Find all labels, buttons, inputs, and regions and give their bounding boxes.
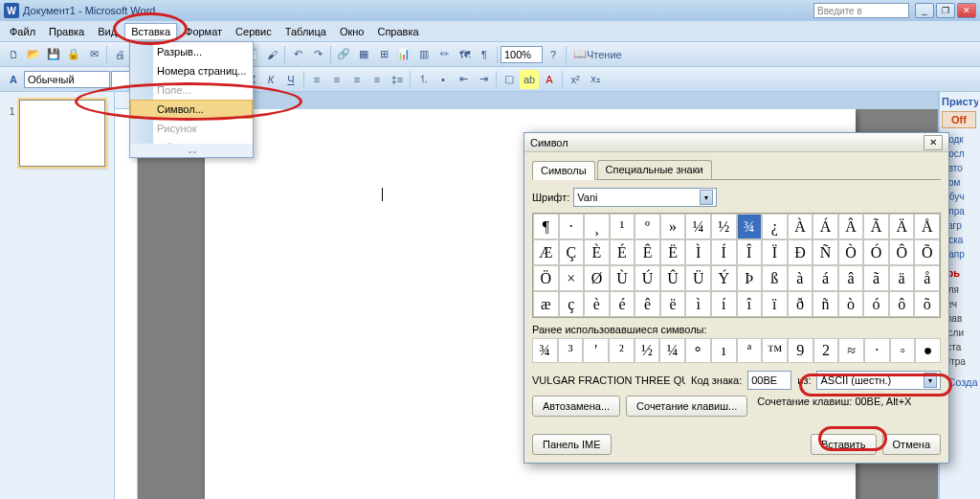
char-cell[interactable]: ½ — [711, 214, 737, 239]
char-cell[interactable]: Å — [914, 214, 940, 239]
char-cell[interactable]: Â — [838, 214, 864, 239]
char-cell[interactable]: È — [584, 239, 610, 265]
char-cell[interactable]: ¹ — [610, 214, 635, 239]
dd-field[interactable]: Поле... — [130, 80, 253, 100]
code-input[interactable] — [747, 371, 791, 390]
char-cell[interactable]: â — [838, 265, 864, 291]
char-cell[interactable]: ñ — [813, 291, 838, 317]
char-cell[interactable]: ô — [889, 291, 915, 317]
recent-char-cell[interactable]: ¾ — [532, 338, 558, 363]
help-search-input[interactable] — [813, 3, 909, 18]
char-cell[interactable]: ï — [762, 291, 788, 317]
align-left-icon[interactable]: ≡ — [307, 70, 326, 89]
char-cell[interactable]: Ñ — [813, 239, 838, 265]
page-thumbnail[interactable] — [19, 100, 105, 167]
char-cell[interactable]: Ý — [711, 265, 737, 291]
char-cell[interactable]: Ö — [533, 265, 559, 291]
dd-page-numbers[interactable]: Номера страниц... — [130, 61, 253, 80]
style-combo[interactable] — [24, 71, 110, 88]
format-painter-icon[interactable]: 🖌 — [262, 45, 281, 64]
dd-symbol[interactable]: Символ... — [130, 100, 253, 119]
char-cell[interactable]: Õ — [914, 239, 940, 265]
char-cell[interactable]: Ê — [635, 239, 660, 265]
recent-char-cell[interactable]: ½ — [635, 338, 660, 363]
char-cell[interactable]: Á — [813, 214, 838, 239]
recent-char-cell[interactable]: ′ — [583, 338, 609, 363]
char-cell[interactable]: ð — [788, 291, 813, 317]
char-cell[interactable]: Ë — [660, 239, 686, 265]
menu-view[interactable]: Вид — [92, 24, 122, 39]
char-cell[interactable]: á — [813, 265, 838, 291]
open-icon[interactable]: 📂 — [24, 45, 43, 64]
char-cell[interactable]: ò — [838, 291, 864, 317]
char-cell[interactable]: É — [610, 239, 635, 265]
showhide-icon[interactable]: ¶ — [475, 45, 494, 64]
char-cell[interactable]: Ô — [889, 239, 915, 265]
hyperlink-icon[interactable]: 🔗 — [334, 45, 353, 64]
excel-icon[interactable]: 📊 — [394, 45, 413, 64]
zoom-combo[interactable] — [501, 46, 543, 63]
superscript-icon[interactable]: x² — [566, 70, 585, 89]
close-button[interactable]: ✕ — [957, 3, 976, 18]
docmap-icon[interactable]: 🗺 — [455, 45, 474, 64]
permission-icon[interactable]: 🔒 — [64, 45, 83, 64]
char-cell[interactable]: õ — [914, 291, 940, 317]
dialog-titlebar[interactable]: Символ ✕ — [524, 133, 948, 152]
numbering-icon[interactable]: ⒈ — [413, 70, 433, 89]
char-cell[interactable]: Þ — [737, 265, 763, 291]
recent-char-cell[interactable]: ◦ — [890, 338, 916, 363]
subscript-icon[interactable]: x₂ — [586, 70, 605, 89]
recent-char-cell[interactable]: · — [864, 338, 890, 363]
vertical-ruler[interactable] — [115, 109, 138, 499]
underline-icon[interactable]: Ч — [281, 70, 301, 89]
recent-char-cell[interactable]: ™ — [762, 338, 788, 363]
char-cell[interactable]: · — [559, 214, 585, 239]
char-cell[interactable]: Û — [660, 265, 686, 291]
borders-icon[interactable]: ▢ — [500, 70, 519, 89]
char-cell[interactable]: ¿ — [762, 214, 788, 239]
recent-char-cell[interactable]: ª — [737, 338, 763, 363]
char-cell[interactable]: ê — [635, 291, 660, 317]
char-cell[interactable]: Ä — [889, 214, 915, 239]
char-cell[interactable]: ß — [762, 265, 788, 291]
minimize-button[interactable]: _ — [915, 3, 934, 18]
help-icon[interactable]: ? — [544, 45, 563, 64]
char-cell[interactable]: ¸ — [584, 214, 610, 239]
char-cell[interactable]: ç — [559, 291, 585, 317]
dialog-close-button[interactable]: ✕ — [924, 135, 943, 150]
char-cell[interactable]: è — [584, 291, 610, 317]
char-cell[interactable]: Ø — [584, 265, 610, 291]
italic-icon[interactable]: К — [261, 70, 280, 89]
insert-table-icon[interactable]: ⊞ — [374, 45, 393, 64]
char-cell[interactable]: à — [788, 265, 813, 291]
recent-char-cell[interactable]: ≈ — [838, 338, 864, 363]
char-cell[interactable]: ä — [889, 265, 915, 291]
char-cell[interactable]: æ — [533, 291, 559, 317]
bullets-icon[interactable]: • — [434, 70, 453, 89]
align-justify-icon[interactable]: ≡ — [368, 70, 387, 89]
recent-char-cell[interactable]: ı — [711, 338, 737, 363]
char-cell[interactable]: å — [914, 265, 940, 291]
char-cell[interactable]: Ð — [788, 239, 813, 265]
char-cell[interactable]: Æ — [533, 239, 559, 265]
undo-icon[interactable]: ↶ — [288, 45, 307, 64]
font-combo-dialog[interactable]: Vani▾ — [573, 188, 717, 207]
char-cell[interactable]: Ï — [762, 239, 788, 265]
char-cell[interactable]: Ã — [863, 214, 889, 239]
char-cell[interactable]: í — [711, 291, 737, 317]
char-cell[interactable]: ã — [863, 265, 889, 291]
tab-special-chars[interactable]: Специальные знаки — [597, 160, 712, 179]
char-cell[interactable]: Ò — [838, 239, 864, 265]
font-color-icon[interactable]: A — [540, 70, 559, 89]
char-cell[interactable]: é — [610, 291, 635, 317]
char-cell[interactable]: Ì — [685, 239, 711, 265]
align-center-icon[interactable]: ≡ — [327, 70, 346, 89]
menu-edit[interactable]: Правка — [43, 24, 90, 39]
dd-break[interactable]: Разрыв... — [130, 42, 253, 61]
line-spacing-icon[interactable]: ‡≡ — [388, 70, 407, 89]
recent-char-cell[interactable]: 2 — [813, 338, 839, 363]
char-cell[interactable]: Ç — [559, 239, 585, 265]
char-cell[interactable]: Ú — [635, 265, 660, 291]
char-cell[interactable]: ì — [685, 291, 711, 317]
char-cell[interactable]: ¼ — [685, 214, 711, 239]
